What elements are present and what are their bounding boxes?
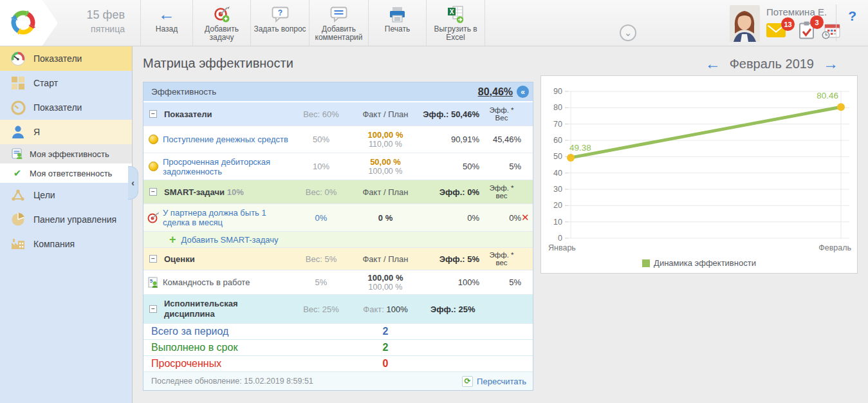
comment-bubble-icon	[330, 5, 347, 23]
effweight-line2: Вес	[495, 114, 508, 122]
score-weight: 5%	[294, 277, 348, 287]
plan-value: 110,00 %	[348, 140, 423, 149]
discipline-stat-row: Просроченных 0	[143, 356, 533, 372]
calendar-button[interactable]	[822, 23, 840, 42]
collapse-group-button[interactable]: −	[149, 110, 157, 118]
stat-total-value: 2	[348, 326, 423, 337]
plus-icon: +	[169, 234, 176, 245]
smart-group-name: SMART-задачи	[164, 187, 225, 197]
mail-button[interactable]: 13	[766, 23, 786, 40]
ask-question-button[interactable]: ? Задать вопрос	[251, 0, 309, 46]
smart-task-fact: 0 %	[348, 213, 423, 223]
effectiveness-matrix: Эффективность 80,46% « − Показатели Вес:…	[143, 82, 533, 391]
delete-smart-task-button[interactable]: ✕	[521, 213, 533, 222]
add-smart-task-button[interactable]: + Добавить SMART-задачу	[143, 232, 533, 248]
group-eff: Эфф.: 5%	[423, 254, 482, 264]
stat-overdue-label[interactable]: Просроченных	[143, 358, 348, 370]
group-eff: Эфф.: 25%	[423, 305, 482, 314]
effweight-line1: Эфф. *	[489, 184, 513, 192]
collapse-group-button[interactable]: −	[149, 188, 157, 196]
sidebar-item-me[interactable]: Я	[0, 120, 132, 144]
svg-text:80: 80	[553, 103, 562, 112]
sidebar-item-label: Моя эффективность	[30, 149, 109, 159]
group-effweight-header: Эфф. * вес	[482, 184, 521, 200]
status-ball-icon	[143, 162, 163, 171]
indicator-effweight: 45,46%	[482, 135, 521, 144]
sidebar-item-my-responsibility[interactable]: ✔ Моя ответственность	[0, 164, 132, 183]
page-title: Матрица эффективности	[143, 56, 293, 71]
add-comment-button[interactable]: Добавить комментарий	[309, 0, 369, 46]
export-excel-label: Выгрузить в Excel	[427, 25, 485, 42]
indicator-name-link[interactable]: Поступление денежных средств	[163, 135, 294, 144]
collapse-group-button[interactable]: −	[149, 305, 157, 313]
print-button[interactable]: Печать	[369, 0, 427, 46]
sidebar-item-my-effectiveness[interactable]: Моя эффективность	[0, 144, 132, 164]
score-factplan: 100,00 % 100,00 %	[348, 273, 423, 292]
sidebar-item-goals[interactable]: Цели	[0, 183, 132, 207]
recalculate-button[interactable]: ⟳ Пересчитать	[462, 376, 526, 387]
svg-text:30: 30	[553, 185, 562, 194]
indicator-name-link[interactable]: Просроченная дебиторская задолженность	[163, 157, 294, 176]
date-day: 15 фев	[63, 7, 125, 23]
sidebar-item-dashboards[interactable]: Панели управления	[0, 207, 132, 232]
pie-chart-icon	[10, 212, 26, 227]
score-eff: 100%	[423, 277, 482, 287]
stat-ontime-label[interactable]: Выполнено в срок	[143, 342, 348, 353]
plan-value: 100,00 %	[348, 283, 423, 292]
smart-task-weight-link[interactable]: 0%	[294, 213, 348, 223]
svg-text:10: 10	[553, 218, 562, 227]
svg-text:X: X	[449, 8, 454, 15]
sidebar-item-start[interactable]: Старт	[0, 71, 132, 95]
user-avatar[interactable]	[730, 5, 760, 42]
user-menu-chevron-button[interactable]: ⌄	[620, 24, 636, 41]
svg-text:70: 70	[553, 120, 562, 129]
person-icon	[10, 124, 26, 140]
smart-task-name-link[interactable]: У партнера должна быть 1 сделка в месяц	[163, 208, 294, 227]
top-header: 15 фев пятница ← Назад	[0, 0, 868, 46]
stat-total-label[interactable]: Всего за период	[143, 326, 348, 337]
smart-task-eff: 0%	[423, 213, 482, 223]
target-icon	[143, 212, 163, 223]
total-effectiveness-value[interactable]: 80,46%	[478, 86, 513, 98]
sidebar-item-pokazateli[interactable]: Показатели	[0, 95, 132, 120]
back-button[interactable]: ← Назад	[140, 0, 193, 46]
sidebar-item-label: Я	[33, 127, 40, 137]
group-header-discipline: − Исполнительская дисциплина Вес: 25% Фа…	[143, 295, 533, 324]
group-header-indicators: − Показатели Вес: 60% Факт / План Эфф.: …	[143, 102, 533, 126]
score-name: Командность в работе	[163, 277, 294, 287]
export-excel-button[interactable]: X Выгрузить в Excel	[427, 0, 485, 46]
svg-text:5: 5	[150, 278, 153, 284]
last-updated-text: Последнее обновление: 15.02.2019 8:59:51	[151, 377, 313, 386]
refresh-icon: ⟳	[462, 376, 473, 387]
prev-month-button[interactable]: ←	[705, 56, 721, 71]
score-effweight: 5%	[482, 277, 521, 287]
collapse-panel-button[interactable]: «	[517, 86, 529, 98]
svg-text:80.46: 80.46	[817, 91, 838, 100]
goals-icon	[10, 187, 26, 203]
sidebar-item-label: Компания	[33, 239, 75, 249]
help-button[interactable]: ?	[848, 8, 856, 24]
collapse-group-button[interactable]: −	[149, 255, 157, 263]
person-report-icon	[11, 148, 24, 160]
stat-ontime-value: 2	[348, 342, 423, 353]
svg-text:?: ?	[277, 8, 282, 17]
group-factplan-header: Факт / План	[348, 254, 423, 264]
group-name: Оценки	[163, 254, 294, 264]
tasks-button[interactable]: 3	[799, 21, 815, 42]
add-task-button[interactable]: Добавить задачу	[193, 0, 251, 46]
sidebar-collapse-button[interactable]: ‹	[128, 166, 138, 200]
group-effweight-header: Эфф. * Вес	[482, 106, 521, 122]
sidebar-item-pokazateli-active[interactable]: Показатели	[0, 46, 132, 71]
effectiveness-chart-card: 010203040506070809049.3880.46ЯнварьФевра…	[540, 75, 858, 274]
user-zone: Потемкина Е. 13 3	[675, 0, 868, 46]
next-month-button[interactable]: →	[823, 56, 838, 71]
fact-value: 100%	[386, 305, 407, 314]
svg-text:Февраль: Февраль	[818, 243, 851, 252]
app-logo[interactable]	[0, 0, 58, 46]
sidebar-item-company[interactable]: Компания	[0, 232, 132, 256]
sidebar-item-label: Цели	[33, 190, 55, 200]
group-eff: Эфф.: 50,46%	[423, 109, 482, 119]
collapse-left-icon: ‹	[131, 178, 134, 188]
indicator-row: Просроченная дебиторская задолженность 1…	[143, 153, 533, 180]
excel-export-icon: X	[447, 5, 465, 23]
